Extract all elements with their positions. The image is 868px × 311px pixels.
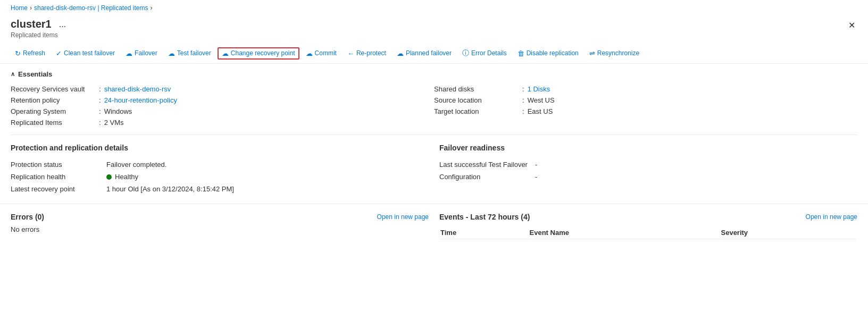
breadcrumb-sep2: › <box>151 4 153 12</box>
events-col-severity: Severity <box>721 226 857 239</box>
info-icon: ⓘ <box>462 48 469 58</box>
breadcrumb-home[interactable]: Home <box>11 4 28 12</box>
events-title-row: Events - Last 72 hours (4) Open in new p… <box>439 213 857 221</box>
vault-link[interactable]: shared-disk-demo-rsv <box>104 85 171 93</box>
protection-title: Protection and replication details <box>11 144 429 152</box>
events-col-name: Event Name <box>530 226 720 239</box>
shared-disks-link[interactable]: 1 Disks <box>528 85 550 93</box>
os-label: Operating System <box>11 107 96 115</box>
change-recovery-point-label: Change recovery point <box>231 49 295 57</box>
trash-icon: 🗑 <box>518 49 524 57</box>
replication-health-label: Replication health <box>11 173 106 181</box>
errors-title: Errors (0) <box>11 213 44 221</box>
healthy-text: Healthy <box>115 173 138 181</box>
failover-row-config: Configuration - <box>439 171 857 183</box>
essentials-header[interactable]: ∧ Essentials <box>11 70 857 78</box>
errors-open-link[interactable]: Open in new page <box>377 213 429 221</box>
reprotect-button[interactable]: ← Re-protect <box>343 47 390 60</box>
events-col: Events - Last 72 hours (4) Open in new p… <box>439 213 857 240</box>
events-title: Events - Last 72 hours (4) <box>439 213 530 221</box>
breadcrumb-vault[interactable]: shared-disk-demo-rsv | Replicated items <box>34 4 148 12</box>
disable-replication-label: Disable replication <box>527 49 579 57</box>
resynchronize-label: Resynchronize <box>597 49 639 57</box>
essentials-row-vault: Recovery Services vault : shared-disk-de… <box>11 83 434 95</box>
last-test-failover-value: - <box>535 161 537 169</box>
configuration-label: Configuration <box>439 173 535 181</box>
shared-disks-value: 1 Disks <box>528 85 550 93</box>
protection-col: Protection and replication details Prote… <box>11 144 429 195</box>
test-failover-button[interactable]: ☁ Test failover <box>164 47 215 60</box>
breadcrumb: Home › shared-disk-demo-rsv | Replicated… <box>0 0 868 16</box>
essentials-row-retention: Retention policy : 24-hour-retention-pol… <box>11 95 434 106</box>
latest-recovery-value: 1 hour Old [As on 3/12/2024, 8:15:42 PM] <box>106 185 234 193</box>
error-details-label: Error Details <box>471 49 507 57</box>
protection-row-recovery: Latest recovery point 1 hour Old [As on … <box>11 183 429 195</box>
configuration-value: - <box>535 173 537 181</box>
failover-button[interactable]: ☁ Failover <box>121 47 162 60</box>
retention-link[interactable]: 24-hour-retention-policy <box>104 96 177 104</box>
reprotect-label: Re-protect <box>356 49 386 57</box>
failover-label: Failover <box>135 49 157 57</box>
essentials-right: Shared disks : 1 Disks Source location :… <box>434 83 857 128</box>
change-recovery-point-button[interactable]: ☁ Change recovery point <box>218 47 299 60</box>
refresh-button[interactable]: ↻ Refresh <box>11 47 49 60</box>
source-label: Source location <box>434 96 519 104</box>
shared-disks-label: Shared disks <box>434 85 519 93</box>
vault-value: shared-disk-demo-rsv <box>104 85 171 93</box>
clean-test-failover-label: Clean test failover <box>64 49 115 57</box>
details-section: Protection and replication details Prote… <box>0 135 868 204</box>
protection-status-label: Protection status <box>11 161 106 169</box>
resynchronize-button[interactable]: ⇌ Resynchronize <box>585 47 644 60</box>
refresh-icon: ↻ <box>15 49 21 57</box>
replicated-label: Replicated Items <box>11 119 96 127</box>
protection-status-value: Failover completed. <box>106 161 166 169</box>
target-separator: : <box>522 107 524 115</box>
ellipsis-button[interactable]: ... <box>56 19 69 30</box>
bottom-section: Errors (0) Open in new page No errors Ev… <box>0 204 868 249</box>
toolbar: ↻ Refresh ✓ Clean test failover ☁ Failov… <box>0 43 868 64</box>
commit-label: Commit <box>315 49 337 57</box>
shared-disks-separator: : <box>522 85 524 93</box>
replicated-value: 2 VMs <box>104 119 124 127</box>
commit-icon: ☁ <box>306 49 313 57</box>
vault-label: Recovery Services vault <box>11 85 96 93</box>
essentials-row-os: Operating System : Windows <box>11 106 434 117</box>
essentials-grid: Recovery Services vault : shared-disk-de… <box>11 83 857 128</box>
page-subtitle: Replicated items <box>11 31 69 39</box>
close-button[interactable]: ✕ <box>846 18 857 32</box>
events-open-link[interactable]: Open in new page <box>806 213 857 221</box>
cloud-test-icon: ☁ <box>168 49 175 57</box>
events-header-row: Time Event Name Severity <box>440 226 856 239</box>
sync-icon: ⇌ <box>589 49 595 57</box>
chevron-down-icon: ∧ <box>11 71 15 78</box>
source-separator: : <box>522 96 524 104</box>
planned-failover-button[interactable]: ☁ Planned failover <box>393 47 456 60</box>
essentials-label: Essentials <box>18 70 52 78</box>
failover-col: Failover readiness Last successful Test … <box>439 144 857 195</box>
disable-replication-button[interactable]: 🗑 Disable replication <box>513 47 583 60</box>
planned-cloud-icon: ☁ <box>397 49 404 57</box>
refresh-label: Refresh <box>23 49 45 57</box>
failover-row-test: Last successful Test Failover - <box>439 158 857 171</box>
replication-health-value: Healthy <box>106 173 138 181</box>
clean-test-failover-button[interactable]: ✓ Clean test failover <box>52 47 119 60</box>
commit-button[interactable]: ☁ Commit <box>302 47 341 60</box>
os-value: Windows <box>104 107 132 115</box>
errors-col: Errors (0) Open in new page No errors <box>11 213 429 240</box>
error-details-button[interactable]: ⓘ Error Details <box>458 46 511 60</box>
arrow-left-icon: ← <box>347 49 354 57</box>
page-header: cluster1 ... Replicated items ✕ <box>0 16 868 43</box>
change-recovery-icon: ☁ <box>222 49 229 57</box>
page-header-left: cluster1 ... Replicated items <box>11 18 69 39</box>
protection-row-health: Replication health Healthy <box>11 171 429 183</box>
essentials-row-source: Source location : West US <box>434 95 857 106</box>
essentials-left: Recovery Services vault : shared-disk-de… <box>11 83 434 128</box>
retention-value: 24-hour-retention-policy <box>104 96 177 104</box>
healthy-dot <box>106 174 112 180</box>
no-errors-text: No errors <box>11 225 429 233</box>
failover-title: Failover readiness <box>439 144 857 152</box>
vault-separator: : <box>99 85 101 93</box>
essentials-row-replicated-items: Replicated Items : 2 VMs <box>11 117 434 128</box>
cloud-icon: ☁ <box>126 49 132 57</box>
page-title: cluster1 <box>11 18 52 30</box>
